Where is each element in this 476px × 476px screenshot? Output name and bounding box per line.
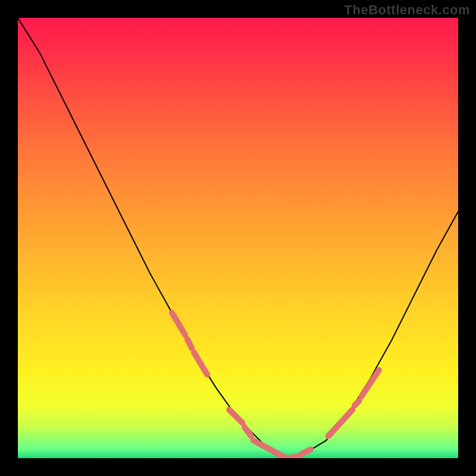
curve-svg [18,18,458,458]
highlight-segment [361,370,379,396]
highlight-segment [328,410,353,436]
highlight-segment [253,440,287,458]
highlight-segment [302,449,311,453]
highlight-segment [245,427,251,436]
highlight-segment [187,339,192,348]
bottleneck-curve [18,18,458,458]
highlight-segment [172,313,185,335]
highlighted-ranges [172,313,379,458]
highlight-segment [229,410,242,423]
highlight-segment [289,456,300,458]
chart-frame: TheBottleneck.com [0,0,476,476]
plot-area [18,18,458,458]
watermark-text: TheBottleneck.com [345,2,470,18]
highlight-segment [194,352,207,374]
highlight-segment [355,401,359,405]
